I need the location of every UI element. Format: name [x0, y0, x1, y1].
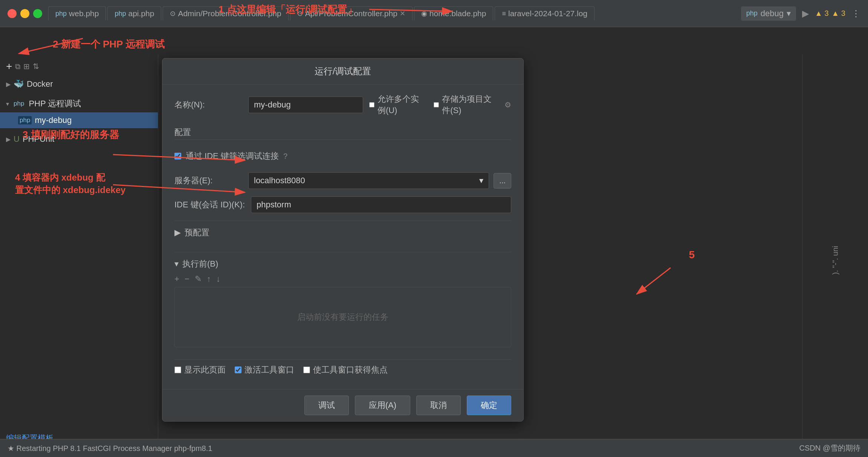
server-browse-button[interactable]: ...: [494, 173, 511, 189]
activate-tool-window-checkbox-label[interactable]: 激活工具窗口: [235, 364, 294, 376]
preconfig-chevron-icon: ▶: [174, 228, 181, 238]
status-bar-right: CSDN @雪的期待: [799, 443, 860, 453]
php-remote-group: ▾ php PHP 远程调试 php my-debug: [0, 94, 158, 130]
tab-label: home.blade.php: [429, 9, 486, 18]
more-options-icon[interactable]: ⋮: [851, 8, 860, 19]
tab-label: api.php: [128, 9, 154, 18]
phpunit-group-label: PHPUnit: [23, 134, 54, 144]
tab-label: Admin/ProblemController.php: [178, 9, 281, 18]
run-button[interactable]: ▶: [802, 8, 809, 19]
store-in-file-checkbox-label[interactable]: 存储为项目文件(S): [434, 94, 495, 116]
show-page-checkbox[interactable]: [174, 367, 181, 373]
tab-home-blade[interactable]: ◉ home.blade.php: [414, 6, 494, 20]
config-section-header: 配置: [174, 124, 511, 140]
sort-config-button[interactable]: ⇅: [33, 62, 39, 71]
minimize-window-button[interactable]: [20, 9, 29, 18]
close-tab-icon[interactable]: ✕: [400, 9, 405, 18]
focus-tool-window-checkbox-label[interactable]: 使工具窗口获得焦点: [303, 364, 388, 376]
server-row: 服务器(E): localhost8080 ▾ ...: [174, 172, 511, 189]
add-task-button[interactable]: +: [174, 274, 179, 284]
focus-tool-window-label: 使工具窗口获得焦点: [313, 364, 388, 376]
allow-multiple-checkbox[interactable]: [369, 101, 374, 108]
help-tooltip-icon[interactable]: ?: [283, 152, 287, 161]
cancel-button[interactable]: 取消: [416, 396, 461, 415]
tab-label: laravel-2024-01-27.log: [508, 9, 587, 18]
edit-task-button[interactable]: ✎: [195, 274, 202, 284]
maximize-window-button[interactable]: [33, 9, 42, 18]
php-remote-group-header[interactable]: ▾ php PHP 远程调试: [0, 95, 158, 112]
copy-config-button[interactable]: ⧉: [15, 62, 20, 71]
status-bar-left: ★ Restarting PHP 8.1 FastCGI Process Man…: [8, 444, 212, 453]
php-item-icon: php: [18, 116, 32, 124]
php-group-icon: php: [12, 99, 26, 108]
tab-log[interactable]: ≡ laravel-2024-01-27.log: [495, 6, 594, 20]
tab-label: web.php: [69, 9, 99, 18]
php-icon: php: [115, 10, 126, 18]
remove-task-button[interactable]: −: [185, 274, 189, 284]
confirm-button[interactable]: 确定: [467, 396, 511, 415]
allow-multiple-checkbox-label[interactable]: 允许多个实例(U): [369, 94, 425, 116]
server-value: localhost8080: [254, 176, 305, 186]
show-page-checkbox-label[interactable]: 显示此页面: [174, 364, 226, 376]
restarting-message: ★ Restarting PHP 8.1 FastCGI Process Man…: [8, 444, 212, 453]
name-row: 名称(N): 允许多个实例(U) 存储为项目文件(S) ⚙: [174, 94, 511, 116]
debug-button[interactable]: 调试: [304, 396, 349, 415]
bottom-checkboxes: 显示此页面 激活工具窗口 使工具窗口获得焦点: [174, 359, 511, 380]
move-down-task-button[interactable]: ↓: [216, 274, 220, 284]
tab-api-php[interactable]: php api.php: [107, 6, 161, 20]
mac-traffic-lights: [8, 9, 42, 18]
chevron-down-icon: ▾: [787, 9, 791, 18]
server-label: 服务器(E):: [174, 175, 242, 186]
ide-filter-row: 通过 IDE 键筛选调试连接 ?: [174, 147, 511, 165]
store-in-file-checkbox[interactable]: [434, 101, 439, 108]
name-label: 名称(N):: [174, 99, 242, 110]
warning-count: ▲ 3: [815, 9, 828, 18]
dialog-title: 运行/调试配置: [162, 58, 523, 84]
before-exec-chevron-icon: ▾: [174, 259, 179, 269]
log-icon: ≡: [502, 10, 506, 18]
allow-multiple-label: 允许多个实例(U): [377, 94, 425, 116]
apply-button[interactable]: 应用(A): [355, 396, 410, 415]
tab-web-php[interactable]: php web.php: [48, 6, 106, 20]
docker-group-header[interactable]: ▶ 🐳 Docker: [0, 76, 158, 92]
before-exec-label: 执行前(B): [182, 258, 218, 270]
tab-api-controller[interactable]: ⊙ Api/ProblemController.php ✕: [290, 6, 413, 20]
add-config-button[interactable]: +: [6, 60, 12, 72]
top-bar-right: php debug ▾ ▶ ▲ 3 ▲ 3 ⋮: [741, 6, 860, 21]
name-input[interactable]: [248, 97, 363, 113]
show-page-label: 显示此页面: [184, 364, 226, 376]
focus-tool-window-checkbox[interactable]: [303, 367, 310, 373]
debug-selector-label: debug: [761, 9, 784, 18]
chevron-down-icon: ▾: [6, 100, 9, 107]
ide-filter-checkbox[interactable]: [174, 153, 181, 159]
close-window-button[interactable]: [8, 9, 17, 18]
ide-key-input[interactable]: [251, 196, 511, 213]
debug-config-selector[interactable]: php debug ▾: [741, 6, 796, 21]
preconfig-header[interactable]: ▶ 预配置: [174, 225, 511, 240]
docker-group: ▶ 🐳 Docker: [0, 75, 158, 94]
docker-icon: 🐳: [14, 79, 24, 89]
activate-tool-window-checkbox[interactable]: [235, 367, 241, 373]
right-panel: ). "-". uni: [802, 54, 868, 457]
run-debug-dialog: 运行/调试配置 名称(N): 允许多个实例(U) 存储为项目文件(S): [162, 58, 524, 422]
main-layout: + ⧉ ⊞ ⇅ ▶ 🐳 Docker ▾ php PHP 远程调试 php my…: [0, 54, 868, 457]
tab-admin-controller[interactable]: ⊙ Admin/ProblemController.php: [163, 6, 288, 20]
activate-tool-window-label: 激活工具窗口: [245, 364, 294, 376]
dialog-content: 名称(N): 允许多个实例(U) 存储为项目文件(S) ⚙: [162, 84, 523, 389]
chevron-right-icon: ▶: [6, 81, 11, 88]
move-up-task-button[interactable]: ↑: [207, 274, 211, 284]
before-exec-header[interactable]: ▾ 执行前(B): [174, 257, 511, 271]
controller-icon: ⊙: [297, 9, 303, 18]
sidebar-item-label: my-debug: [35, 115, 72, 125]
tab-label: Api/ProblemController.php: [305, 9, 397, 18]
ide-key-row: IDE 键(会话 ID)(K):: [174, 196, 511, 213]
phpunit-group-header[interactable]: ▶ U PHPUnit: [0, 131, 158, 147]
store-in-file-label: 存储为项目文件(S): [442, 94, 495, 116]
folder-config-button[interactable]: ⊞: [23, 62, 30, 71]
sidebar-item-my-debug[interactable]: php my-debug: [0, 112, 158, 128]
server-dropdown[interactable]: localhost8080 ▾: [248, 172, 489, 189]
sidebar: + ⧉ ⊞ ⇅ ▶ 🐳 Docker ▾ php PHP 远程调试 php my…: [0, 54, 158, 457]
sidebar-toolbar: + ⧉ ⊞ ⇅: [0, 58, 158, 75]
settings-icon[interactable]: ⚙: [504, 100, 511, 109]
dialog-footer: 调试 应用(A) 取消 确定: [162, 389, 523, 421]
